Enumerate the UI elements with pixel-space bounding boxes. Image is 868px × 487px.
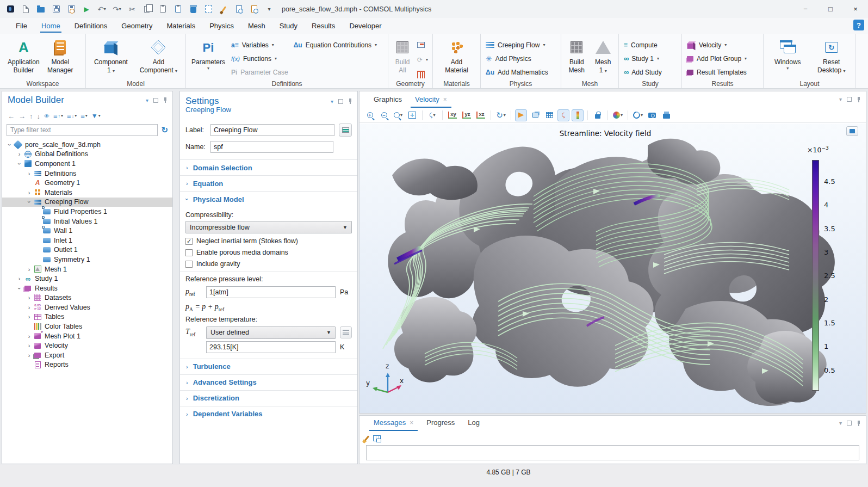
redo-icon[interactable]: ↷▾ (110, 2, 124, 16)
velocity-ribbon-button[interactable]: Velocity▾ (685, 38, 760, 52)
menu-tab-materials[interactable]: Materials (159, 19, 202, 34)
update-geometry-button[interactable]: ⟳▾ (415, 53, 430, 66)
compressibility-dropdown[interactable]: Incompressible flow ▼ (185, 221, 352, 233)
tree-node-fluid-properties-1[interactable]: Fluid Properties 1 (2, 207, 172, 217)
tree-node-mesh-1[interactable]: ›Mesh 1 (2, 264, 172, 274)
tab-log[interactable]: Log (461, 415, 486, 431)
scene-light-icon[interactable] (515, 109, 527, 121)
temperature-list-button[interactable] (340, 326, 352, 338)
environment-icon[interactable]: ▾ (632, 109, 644, 121)
tab-velocity[interactable]: Velocity× (408, 92, 454, 108)
add-study-button[interactable]: ∞ Add Study (622, 65, 679, 79)
name-input[interactable] (210, 141, 333, 153)
save-icon[interactable] (49, 2, 63, 16)
add-plot-group-button[interactable]: Add Plot Group▾ (685, 52, 760, 65)
menu-tab-definitions[interactable]: Definitions (67, 19, 115, 34)
qat-more-icon[interactable]: ▾ (262, 2, 276, 16)
close-tab-icon[interactable]: × (443, 96, 447, 103)
checkbox-neglect-inertial[interactable]: ✓ Neglect inertial term (Stokes flow) (185, 237, 352, 245)
menu-tab-mesh[interactable]: Mesh (241, 19, 272, 34)
rename-button[interactable] (339, 124, 352, 137)
model-manager-button[interactable]: ModelManager (43, 36, 78, 76)
tree-node-velocity[interactable]: ›Velocity (2, 341, 172, 350)
snapshot-icon[interactable] (646, 109, 658, 121)
tree-node-root[interactable]: ›pore_scale_flow_3d.mph (2, 140, 172, 150)
panel-pin-icon[interactable] (163, 97, 167, 103)
section-discretization[interactable]: ›Discretization (180, 390, 357, 406)
tree-node-results[interactable]: ›Results (2, 283, 172, 293)
tree-node-color-tables[interactable]: Color Tables (2, 322, 172, 331)
back-icon[interactable]: ← (7, 112, 16, 121)
tree-node-global-definitions[interactable]: ›Global Definitions (2, 150, 172, 159)
application-builder-button[interactable]: A ApplicationBuilder (5, 36, 42, 76)
graphics-menu-icon[interactable]: ▾ (839, 96, 842, 102)
minimize-button[interactable]: − (793, 0, 818, 18)
duplicate-icon[interactable] (171, 2, 185, 16)
windows-button[interactable]: Windows ▾ (770, 36, 805, 72)
undo-icon[interactable]: ↶▾ (95, 2, 109, 16)
rotate-view-icon[interactable]: ↻▾ (495, 109, 507, 121)
menu-tab-home[interactable]: Home (34, 19, 67, 34)
section-dependent-variables[interactable]: ›Dependent Variables (180, 406, 357, 422)
maximize-button[interactable]: □ (818, 0, 843, 18)
view-yz-icon[interactable]: yz (461, 109, 473, 121)
collapse-all-icon[interactable]: ≡↑▾ (52, 112, 64, 121)
tree-node-study-1[interactable]: ›∞Study 1 (2, 274, 172, 283)
refresh-icon[interactable]: ↻ (161, 125, 168, 135)
show-legend-icon[interactable] (572, 109, 584, 121)
wireframe-icon[interactable] (543, 109, 555, 121)
parameter-case-button[interactable]: Pi Parameter Case (229, 65, 290, 79)
messages-float-icon[interactable] (847, 421, 852, 426)
temperature-input[interactable] (206, 341, 336, 353)
zoom-extents-icon[interactable]: ✛ (406, 109, 418, 121)
variables-button[interactable]: a= Variables▾ (229, 38, 290, 52)
cut-icon[interactable]: ✂ (125, 2, 139, 16)
mesh-1-button[interactable]: Mesh 1 ▾ (592, 36, 615, 76)
view-xz-icon[interactable]: xz (475, 109, 487, 121)
help-button[interactable]: ? (853, 20, 864, 30)
open-file-icon[interactable] (34, 2, 48, 16)
section-advanced-settings[interactable]: ›Advanced Settings (180, 374, 357, 390)
reference-pressure-input[interactable] (206, 286, 336, 298)
reference-temperature-dropdown[interactable]: User defined ▼ (206, 326, 336, 339)
mark-icon[interactable] (216, 2, 231, 16)
tree-node-initial-values-1[interactable]: Initial Values 1 (2, 217, 172, 226)
panel-float-icon[interactable] (153, 98, 158, 103)
messages-output[interactable] (366, 445, 859, 460)
filter-icon[interactable]: ▼▾ (90, 112, 102, 120)
functions-button[interactable]: f(x) Functions▾ (229, 52, 290, 65)
move-up-icon[interactable]: ↑ (28, 112, 34, 121)
paste-icon[interactable] (156, 2, 170, 16)
settings-pin-icon[interactable] (348, 98, 352, 104)
section-equation[interactable]: ›Equation (180, 175, 357, 191)
tree-filter-input[interactable] (7, 124, 158, 136)
tree-node-tables[interactable]: ›Tables (2, 312, 172, 322)
color-theme-icon[interactable]: ▾ (612, 109, 624, 121)
compute-button[interactable]: = Compute (622, 38, 679, 52)
checkbox-porous-media[interactable]: Enable porous media domains (185, 249, 352, 256)
close-button[interactable]: × (843, 0, 868, 18)
settings-float-icon[interactable] (338, 99, 343, 104)
message-table-icon[interactable] (373, 435, 381, 441)
settings-menu-icon[interactable]: ▾ (331, 98, 333, 104)
forward-icon[interactable]: → (17, 112, 27, 121)
tree-node-creeping-flow[interactable]: ›Creeping Flow (2, 198, 172, 207)
tree-node-component-1[interactable]: ›Component 1 (2, 159, 172, 169)
delete-icon[interactable] (186, 2, 200, 16)
zoom-in-icon[interactable]: + (364, 109, 376, 121)
add-material-button[interactable]: AddMaterial (439, 36, 474, 76)
move-down-icon[interactable]: ↓ (36, 112, 42, 121)
graphics-float-icon[interactable] (847, 97, 852, 102)
show-icon[interactable]: 👁 (43, 113, 51, 120)
print-icon[interactable] (660, 109, 672, 121)
tab-graphics[interactable]: Graphics (367, 92, 408, 108)
transparency-icon[interactable] (529, 109, 541, 121)
messages-pin-icon[interactable] (857, 421, 860, 426)
lock-view-icon[interactable] (592, 109, 604, 121)
add-physics-button[interactable]: ✳ Add Physics (483, 52, 558, 65)
plot-settings-button[interactable] (846, 126, 858, 136)
tree-node-mesh-plot-1[interactable]: ›Mesh Plot 1 (2, 331, 172, 341)
menu-tab-geometry[interactable]: Geometry (114, 19, 159, 34)
insert-sequence-button[interactable] (415, 38, 430, 52)
menu-tab-developer[interactable]: Developer (342, 19, 388, 34)
